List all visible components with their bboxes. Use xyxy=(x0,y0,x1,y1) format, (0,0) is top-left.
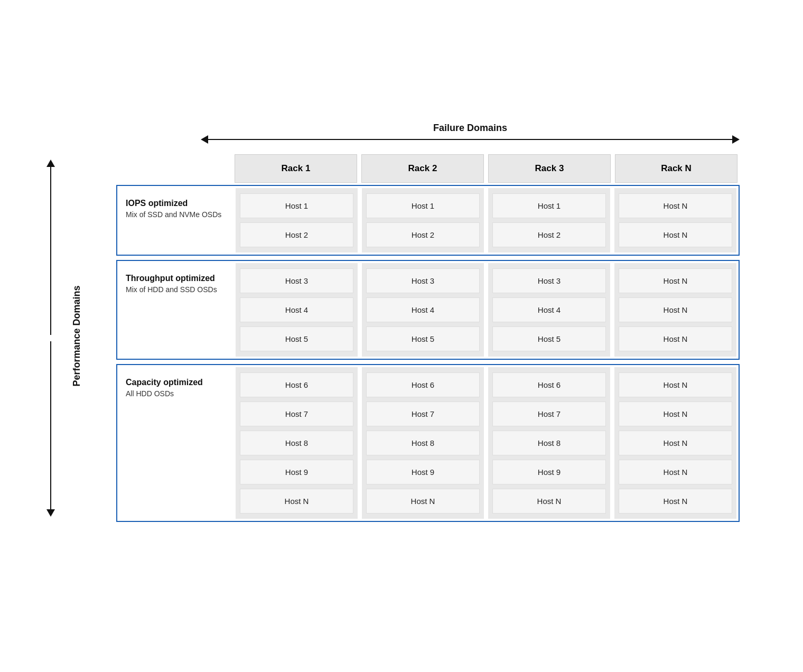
rack-col-r2-c3: Host NHost NHost NHost NHost N xyxy=(614,367,736,519)
host-cell-r2-c2-h4: Host N xyxy=(492,489,606,514)
vert-line-bottom xyxy=(50,341,51,509)
perf-row-label-2: Capacity optimizedAll HDD OSDs xyxy=(117,365,234,521)
host-cell-r1-c2-h0: Host 3 xyxy=(492,268,606,293)
perf-row-label-0: IOPS optimizedMix of SSD and NVMe OSDs xyxy=(117,186,234,255)
host-cell-r1-c2-h1: Host 4 xyxy=(492,297,606,322)
perf-row-subtitle-1: Mix of HDD and SSD OSDs xyxy=(126,285,225,294)
host-cell-r2-c3-h2: Host N xyxy=(619,431,732,455)
perf-row-subtitle-2: All HDD OSDs xyxy=(126,389,225,398)
perf-rows-container: IOPS optimizedMix of SSD and NVMe OSDsHo… xyxy=(116,185,740,522)
host-cell-r2-c3-h4: Host N xyxy=(619,489,732,514)
host-cell-r1-c0-h0: Host 3 xyxy=(240,268,353,293)
host-cell-r2-c2-h1: Host 7 xyxy=(492,402,606,426)
host-cell-r2-c3-h1: Host N xyxy=(619,402,732,426)
rack-col-r0-c0: Host 1Host 2 xyxy=(236,188,358,253)
failure-domains-label: Failure Domains xyxy=(201,123,740,134)
host-cell-r2-c2-h2: Host 8 xyxy=(492,431,606,455)
rack-header-3: Rack 3 xyxy=(488,154,611,183)
rack-col-r0-c2: Host 1Host 2 xyxy=(488,188,610,253)
main-grid: Rack 1 Rack 2 Rack 3 Rack N IOPS optimiz… xyxy=(116,154,740,522)
failure-domains-header: Failure Domains xyxy=(201,135,740,144)
host-cell-r0-c1-h1: Host 2 xyxy=(366,222,480,247)
host-cell-r1-c3-h2: Host N xyxy=(619,326,732,351)
host-cell-r1-c1-h2: Host 5 xyxy=(366,326,480,351)
rack-header-1: Rack 1 xyxy=(235,154,357,183)
perf-row-2: Capacity optimizedAll HDD OSDsHost 6Host… xyxy=(116,364,740,522)
host-cell-r2-c1-h3: Host 9 xyxy=(366,460,480,484)
failure-domains-arrow xyxy=(201,135,740,144)
host-cell-r2-c0-h0: Host 6 xyxy=(240,372,353,397)
rack-header-n: Rack N xyxy=(615,154,737,183)
diagram-wrapper: Performance Domains Failure Domains Rack… xyxy=(32,114,771,558)
host-cell-r2-c1-h2: Host 8 xyxy=(366,431,480,455)
rack-col-r1-c1: Host 3Host 4Host 5 xyxy=(362,263,484,357)
rack-col-r1-c2: Host 3Host 4Host 5 xyxy=(488,263,610,357)
perf-row-title-1: Throughput optimized xyxy=(126,274,225,283)
perf-row-subtitle-0: Mix of SSD and NVMe OSDs xyxy=(126,210,225,219)
rack-header-row: Rack 1 Rack 2 Rack 3 Rack N xyxy=(116,154,740,183)
host-cell-r0-c3-h0: Host N xyxy=(619,193,732,218)
fd-arrow-left-icon xyxy=(201,135,208,144)
perf-row-title-0: IOPS optimized xyxy=(126,199,225,208)
perf-arrow-up xyxy=(46,160,55,335)
host-cell-r0-c1-h0: Host 1 xyxy=(366,193,480,218)
host-cell-r0-c2-h1: Host 2 xyxy=(492,222,606,247)
host-cell-r1-c3-h0: Host N xyxy=(619,268,732,293)
host-cell-r2-c0-h2: Host 8 xyxy=(240,431,353,455)
host-cell-r2-c1-h0: Host 6 xyxy=(366,372,480,397)
host-cell-r1-c3-h1: Host N xyxy=(619,297,732,322)
host-cell-r2-c2-h0: Host 6 xyxy=(492,372,606,397)
host-cell-r2-c1-h1: Host 7 xyxy=(366,402,480,426)
host-cell-r2-c0-h1: Host 7 xyxy=(240,402,353,426)
host-cell-r2-c1-h4: Host N xyxy=(366,489,480,514)
rack-col-r0-c3: Host NHost N xyxy=(614,188,736,253)
arrow-down-head-icon xyxy=(46,509,55,517)
host-cell-r2-c0-h4: Host N xyxy=(240,489,353,514)
perf-arrow-down xyxy=(46,341,55,517)
perf-row-title-2: Capacity optimized xyxy=(126,378,225,387)
rack-header-2: Rack 2 xyxy=(361,154,484,183)
host-cell-r0-c0-h1: Host 2 xyxy=(240,222,353,247)
rack-col-r0-c1: Host 1Host 2 xyxy=(362,188,484,253)
perf-row-0: IOPS optimizedMix of SSD and NVMe OSDsHo… xyxy=(116,185,740,256)
rack-col-r2-c1: Host 6Host 7Host 8Host 9Host N xyxy=(362,367,484,519)
host-cell-r0-c2-h0: Host 1 xyxy=(492,193,606,218)
rack-col-r2-c2: Host 6Host 7Host 8Host 9Host N xyxy=(488,367,610,519)
host-cell-r0-c3-h1: Host N xyxy=(619,222,732,247)
perf-row-1: Throughput optimizedMix of HDD and SSD O… xyxy=(116,260,740,360)
arrow-up-head-icon xyxy=(46,160,55,167)
fd-arrow-right-icon xyxy=(732,135,740,144)
host-cell-r1-c0-h2: Host 5 xyxy=(240,326,353,351)
rack-col-r2-c0: Host 6Host 7Host 8Host 9Host N xyxy=(236,367,358,519)
perf-row-label-1: Throughput optimizedMix of HDD and SSD O… xyxy=(117,261,234,359)
host-cell-r2-c3-h3: Host N xyxy=(619,460,732,484)
performance-domains-label: Performance Domains xyxy=(71,285,82,386)
rack-col-r1-c3: Host NHost NHost N xyxy=(614,263,736,357)
host-cell-r1-c2-h2: Host 5 xyxy=(492,326,606,351)
host-cell-r1-c0-h1: Host 4 xyxy=(240,297,353,322)
host-cell-r1-c1-h1: Host 4 xyxy=(366,297,480,322)
host-cell-r2-c0-h3: Host 9 xyxy=(240,460,353,484)
host-cell-r0-c0-h0: Host 1 xyxy=(240,193,353,218)
rack-col-r1-c0: Host 3Host 4Host 5 xyxy=(236,263,358,357)
host-cell-r2-c2-h3: Host 9 xyxy=(492,460,606,484)
fd-line xyxy=(208,139,732,140)
header-label-spacer xyxy=(116,154,232,183)
host-cell-r2-c3-h0: Host N xyxy=(619,372,732,397)
vert-line-top xyxy=(50,167,51,335)
host-cell-r1-c1-h0: Host 3 xyxy=(366,268,480,293)
